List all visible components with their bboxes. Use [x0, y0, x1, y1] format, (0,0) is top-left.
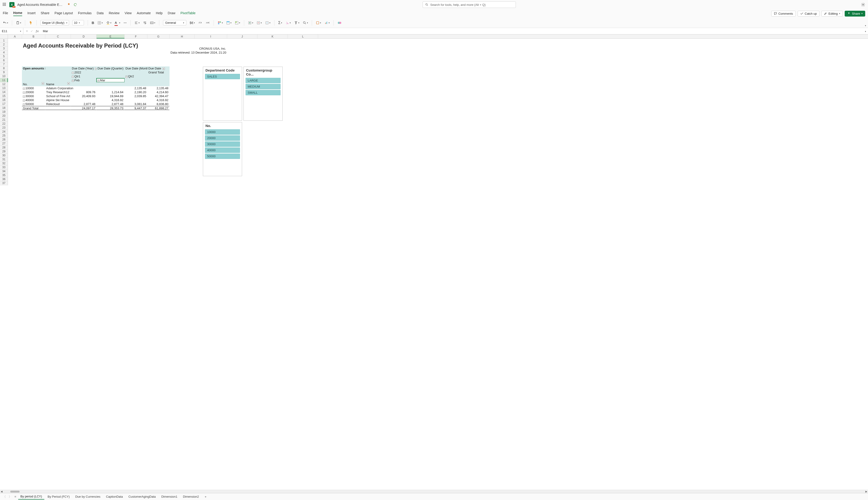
- sheet-tab[interactable]: By Period (FCY): [45, 494, 72, 499]
- cell[interactable]: [22, 150, 45, 154]
- cell[interactable]: [169, 62, 194, 66]
- cell[interactable]: [257, 158, 288, 161]
- cell[interactable]: [147, 114, 169, 118]
- cell[interactable]: [71, 47, 97, 50]
- cell[interactable]: [288, 58, 318, 62]
- cell[interactable]: [169, 150, 194, 154]
- cell[interactable]: [22, 142, 45, 146]
- cell[interactable]: [71, 130, 97, 134]
- cell[interactable]: [124, 173, 147, 177]
- cell[interactable]: [71, 55, 97, 58]
- cell[interactable]: [22, 138, 45, 142]
- scroll-right-icon[interactable]: ▶: [865, 490, 868, 493]
- horizontal-scrollbar[interactable]: ◀ ▶: [0, 490, 868, 493]
- tab-share[interactable]: Share: [41, 11, 49, 16]
- cell[interactable]: [169, 114, 194, 118]
- tab-page-layout[interactable]: Page Layout: [55, 11, 73, 16]
- cell[interactable]: [71, 98, 97, 102]
- sheet-tab[interactable]: Dimension2: [180, 494, 201, 499]
- borders-button[interactable]: ▾: [98, 21, 103, 25]
- cell[interactable]: [169, 55, 194, 58]
- cell[interactable]: [288, 114, 318, 118]
- cell[interactable]: [71, 82, 97, 86]
- cell[interactable]: [45, 58, 71, 62]
- cell[interactable]: [8, 114, 22, 118]
- cell[interactable]: [71, 154, 97, 158]
- cell[interactable]: [71, 181, 97, 185]
- cell[interactable]: 20,409.93: [71, 94, 97, 98]
- row-header[interactable]: 17: [0, 102, 8, 106]
- cell[interactable]: [45, 154, 71, 158]
- cell[interactable]: [97, 173, 124, 177]
- cell[interactable]: [97, 166, 124, 169]
- cell[interactable]: [288, 146, 318, 150]
- cell[interactable]: [288, 55, 318, 58]
- cell[interactable]: [22, 62, 45, 66]
- app-launcher-icon[interactable]: [3, 3, 7, 7]
- cell[interactable]: [257, 166, 288, 169]
- cell[interactable]: [22, 166, 45, 169]
- cell[interactable]: [8, 94, 22, 98]
- pivot-row-name[interactable]: Trey Research12: [45, 90, 71, 94]
- cell[interactable]: [97, 126, 124, 130]
- cell[interactable]: [45, 142, 71, 146]
- cell[interactable]: [194, 62, 227, 66]
- pivot-row-name[interactable]: Adatum Corporation: [45, 86, 71, 90]
- spreadsheet-grid[interactable]: A B C D E F G H I J K L 12Aged Accounts …: [0, 34, 868, 490]
- cell[interactable]: [288, 118, 318, 122]
- cell[interactable]: 4,214.60: [147, 90, 169, 94]
- cell[interactable]: [97, 130, 124, 134]
- cell[interactable]: [8, 126, 22, 130]
- grand-total-label[interactable]: Grand Total: [22, 106, 45, 110]
- cell[interactable]: [97, 114, 124, 118]
- cell[interactable]: [97, 50, 124, 55]
- cell[interactable]: [8, 86, 22, 90]
- cell[interactable]: [257, 150, 288, 154]
- cell[interactable]: [71, 173, 97, 177]
- col-header[interactable]: H: [169, 34, 194, 38]
- cell[interactable]: [22, 114, 45, 118]
- cell[interactable]: [45, 130, 71, 134]
- bold-button[interactable]: B: [92, 21, 94, 25]
- tab-view[interactable]: View: [124, 11, 132, 16]
- cell[interactable]: [227, 62, 257, 66]
- cell[interactable]: [8, 106, 22, 110]
- pivot-year-value[interactable]: −2022: [71, 70, 97, 74]
- cell[interactable]: [288, 166, 318, 169]
- merge-button[interactable]: ▾: [150, 21, 155, 25]
- cell[interactable]: [169, 122, 194, 126]
- sensitivity-icon[interactable]: [67, 2, 71, 7]
- scroll-left-icon[interactable]: ◀: [0, 490, 3, 493]
- slicer-item[interactable]: 10000: [205, 129, 240, 135]
- cell[interactable]: [147, 39, 169, 43]
- cell[interactable]: [22, 181, 45, 185]
- cell[interactable]: [22, 126, 45, 130]
- cell[interactable]: [22, 158, 45, 161]
- cell[interactable]: [97, 47, 124, 50]
- cell[interactable]: [45, 39, 71, 43]
- cell[interactable]: [124, 181, 147, 185]
- cell[interactable]: [22, 130, 45, 134]
- cell[interactable]: [45, 50, 71, 55]
- tab-formulas[interactable]: Formulas: [78, 11, 91, 16]
- cell[interactable]: [227, 177, 257, 181]
- font-size-select[interactable]: 10▾: [72, 20, 84, 25]
- cell[interactable]: [8, 122, 22, 126]
- grand-total-value[interactable]: 24,097.17: [71, 106, 97, 110]
- cell[interactable]: [257, 142, 288, 146]
- cell[interactable]: [45, 126, 71, 130]
- row-header[interactable]: 32: [0, 161, 8, 166]
- more-font-button[interactable]: ⋯: [124, 21, 127, 24]
- col-header[interactable]: L: [288, 34, 318, 38]
- cell[interactable]: [8, 98, 22, 102]
- cell[interactable]: [71, 161, 97, 166]
- tab-automate[interactable]: Automate: [137, 11, 151, 16]
- cell[interactable]: [147, 55, 169, 58]
- pivot-field-label[interactable]: Open amounts in LCY: [22, 66, 45, 70]
- pivot-feb[interactable]: +Feb: [71, 78, 97, 82]
- slicer-item[interactable]: MEDIUM: [246, 84, 280, 89]
- cell[interactable]: [8, 166, 22, 169]
- cell[interactable]: [97, 62, 124, 66]
- cell[interactable]: [45, 74, 71, 78]
- cell[interactable]: [22, 58, 45, 62]
